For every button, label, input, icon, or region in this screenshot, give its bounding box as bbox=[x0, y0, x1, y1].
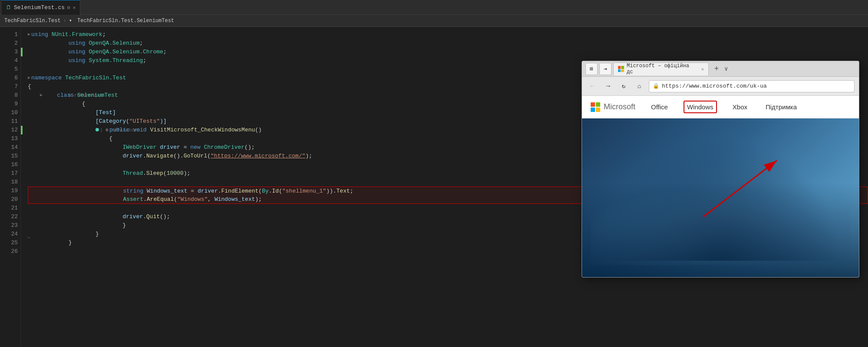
browser-active-tab[interactable]: Microsoft – офіційна дс ✕ bbox=[613, 62, 709, 75]
ms-logo-q2 bbox=[596, 102, 600, 107]
breadcrumb-bar: TechFabricSln.Test › ▾ TechFabricSln.Tes… bbox=[0, 15, 868, 27]
new-tab-button[interactable]: + bbox=[710, 63, 723, 75]
browser-icon-btn-1[interactable]: ⊞ bbox=[585, 63, 598, 75]
address-bar[interactable]: 🔒 https://www.microsoft.com/uk-ua bbox=[649, 80, 855, 92]
ms-logo-q3 bbox=[591, 108, 595, 112]
tab-bar: 🗒 SeleniumTest.cs ⊟ ✕ bbox=[0, 0, 868, 15]
ms-logo-text: Microsoft bbox=[604, 102, 635, 111]
code-line-1: ▶using NUnit.Framework; bbox=[28, 30, 868, 39]
ms-logo-grid bbox=[591, 102, 600, 112]
browser-tab-bar: ⊞ ⇥ Microsoft – офіційна дс ✕ + ∨ bbox=[582, 61, 859, 77]
tab-close[interactable]: ✕ bbox=[73, 5, 76, 10]
code-line-3: using OpenQA.Selenium.Chrome; bbox=[28, 48, 868, 56]
nav-office[interactable]: Office bbox=[648, 101, 671, 112]
browser-icon-btn-2[interactable]: ⇥ bbox=[599, 63, 612, 75]
browser-tab-title: Microsoft – офіційна дс bbox=[627, 63, 698, 75]
file-icon: 🗒 bbox=[6, 4, 11, 11]
nav-support[interactable]: Підтримка bbox=[763, 101, 799, 112]
nav-xbox[interactable]: Xbox bbox=[730, 101, 750, 112]
tab-chevron[interactable]: ∨ bbox=[724, 65, 728, 72]
code-line-2: using OpenQA.Selenium; bbox=[28, 39, 868, 48]
ms-logo-q1 bbox=[591, 102, 595, 107]
breadcrumb-class[interactable]: TechFabricSln.Test.SeleniumTest bbox=[77, 18, 174, 24]
browser-toolbar: ← → ↻ ⌂ 🔒 https://www.microsoft.com/uk-u… bbox=[582, 77, 859, 96]
breadcrumb-sep: › bbox=[63, 18, 66, 24]
home-button[interactable]: ⌂ bbox=[633, 80, 645, 92]
green-bar-12 bbox=[21, 126, 23, 134]
ms-nav: Microsoft Office Windows Xbox Підтримка bbox=[582, 96, 859, 118]
green-bar-3 bbox=[21, 48, 23, 56]
url-text: https://www.microsoft.com/uk-ua bbox=[662, 83, 767, 89]
breadcrumb-dropdown[interactable]: ▾ bbox=[69, 17, 72, 24]
tab-pin[interactable]: ⊟ bbox=[67, 5, 70, 10]
forward-button[interactable]: → bbox=[602, 80, 614, 92]
breadcrumb-project[interactable]: TechFabricSln.Test bbox=[4, 18, 61, 24]
tab-label: SeleniumTest.cs bbox=[14, 4, 65, 11]
ms-logo-q4 bbox=[596, 108, 600, 112]
back-button[interactable]: ← bbox=[586, 80, 598, 92]
ms-hero-image bbox=[582, 118, 859, 278]
line-numbers: 12345 678910 1112131415 1617181920 21222… bbox=[0, 27, 21, 347]
ms-logo: Microsoft bbox=[591, 102, 635, 112]
browser-window: ⊞ ⇥ Microsoft – офіційна дс ✕ + ∨ ← → ↻ … bbox=[582, 61, 859, 278]
lock-icon: 🔒 bbox=[653, 83, 659, 89]
nav-windows[interactable]: Windows bbox=[684, 101, 717, 113]
browser-content: Microsoft Office Windows Xbox Підтримка bbox=[582, 96, 859, 278]
refresh-button[interactable]: ↻ bbox=[618, 80, 630, 92]
tab-seleniumtest[interactable]: 🗒 SeleniumTest.cs ⊟ ✕ bbox=[2, 0, 80, 15]
ms-favicon bbox=[618, 66, 624, 72]
browser-tab-close[interactable]: ✕ bbox=[701, 66, 704, 72]
